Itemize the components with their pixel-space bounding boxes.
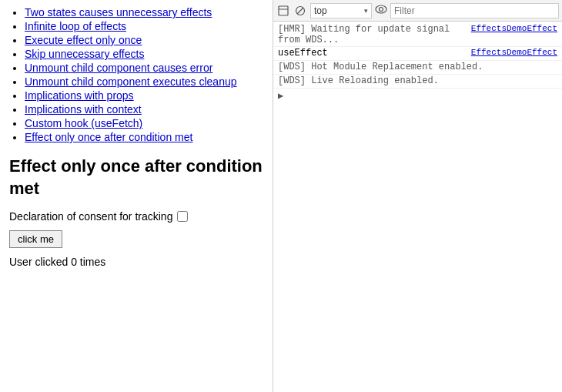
console-text-wds2: [WDS] Live Reloading enabled. — [278, 75, 557, 86]
console-source-useeffect[interactable]: EffectsDemoEffect — [471, 48, 557, 57]
console-source[interactable]: EffectsDemoEffect — [471, 24, 557, 33]
list-item: Unmount child component executes cleanup — [25, 75, 263, 88]
list-item: Effect only once after condition met — [25, 131, 263, 143]
nav-link-two-states[interactable]: Two states causes unnecessary effects — [25, 6, 212, 18]
nav-link-custom-hook[interactable]: Custom hook (useFetch) — [25, 117, 142, 129]
expand-arrow-icon: ▶ — [278, 91, 283, 102]
declaration-label: Declaration of consent for tracking — [9, 210, 172, 223]
eye-icon[interactable] — [375, 5, 387, 16]
filter-input[interactable] — [390, 3, 559, 18]
nav-list: Two states causes unnecessary effects In… — [9, 6, 263, 143]
list-item: Execute effect only once — [25, 34, 263, 46]
list-item: Implications with context — [25, 103, 263, 116]
console-line: [HMR] Waiting for update signal from WDS… — [273, 23, 562, 47]
chevron-down-icon: ▾ — [364, 7, 368, 15]
console-line-useeffect: useEffect EffectsDemoEffect — [273, 47, 562, 61]
nav-link-execute-once[interactable]: Execute effect only once — [25, 34, 142, 46]
left-panel: Two states causes unnecessary effects In… — [0, 0, 273, 392]
svg-point-4 — [376, 5, 386, 13]
list-item: Two states causes unnecessary effects — [25, 6, 263, 18]
list-item: Implications with props — [25, 89, 263, 102]
context-label: top — [314, 5, 364, 16]
right-panel: top ▾ [HMR] Waiting for update signal fr… — [273, 0, 562, 392]
context-selector[interactable]: top ▾ — [310, 3, 372, 18]
nav-link-unmount-error[interactable]: Unmount child component causes error — [25, 62, 212, 74]
nav-link-implications-context[interactable]: Implications with context — [25, 103, 142, 116]
user-clicked-text: User clicked 0 times — [9, 256, 263, 268]
list-item: Skip unnecessary effects — [25, 48, 263, 60]
console-line-wds2: [WDS] Live Reloading enabled. — [273, 75, 562, 89]
svg-line-3 — [297, 8, 303, 14]
tracking-checkbox[interactable] — [177, 211, 188, 222]
list-item: Unmount child component causes error — [25, 62, 263, 74]
nav-link-implications-props[interactable]: Implications with props — [25, 89, 134, 102]
svg-point-5 — [380, 8, 383, 12]
nav-link-skip-unnecessary[interactable]: Skip unnecessary effects — [25, 48, 144, 60]
nav-link-effect-once-condition[interactable]: Effect only once after condition met — [25, 131, 192, 143]
expand-arrow-row[interactable]: ▶ — [273, 89, 562, 103]
list-item: Custom hook (useFetch) — [25, 117, 263, 129]
console-text-useeffect: useEffect — [278, 48, 465, 59]
cursor-icon[interactable] — [276, 4, 290, 18]
list-item: Infinite loop of effects — [25, 20, 263, 32]
console-line-wds1: [WDS] Hot Module Replacement enabled. — [273, 61, 562, 75]
console-output: [HMR] Waiting for update signal from WDS… — [273, 22, 562, 392]
console-text: [HMR] Waiting for update signal from WDS… — [278, 24, 465, 45]
devtools-toolbar: top ▾ — [273, 0, 562, 22]
declaration-row: Declaration of consent for tracking — [9, 210, 263, 223]
svg-rect-0 — [279, 6, 288, 15]
section-title: Effect only once after condition met — [9, 156, 263, 199]
nav-link-infinite-loop[interactable]: Infinite loop of effects — [25, 20, 126, 32]
click-me-button[interactable]: click me — [9, 230, 62, 248]
nav-link-unmount-cleanup[interactable]: Unmount child component executes cleanup — [25, 75, 237, 88]
block-icon[interactable] — [293, 4, 307, 18]
console-text-wds1: [WDS] Hot Module Replacement enabled. — [278, 62, 557, 72]
